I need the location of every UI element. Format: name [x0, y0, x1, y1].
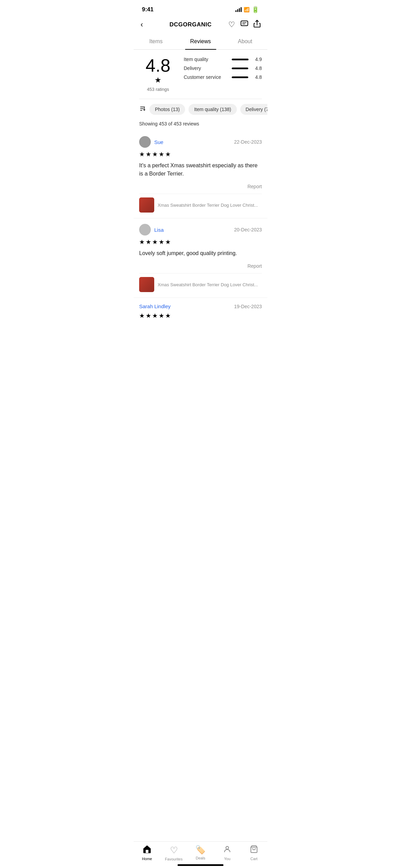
sort-icon[interactable] — [139, 105, 146, 114]
shop-title: DCGORGANIC — [169, 21, 211, 28]
nav-cart-label: Cart — [251, 857, 258, 861]
reviewer-info: Lisa — [139, 224, 164, 236]
nav-deals[interactable]: 🏷️ Deals — [190, 845, 211, 861]
nav-you[interactable]: You — [217, 845, 238, 861]
review-card: Lisa 20-Dec-2023 ★ ★ ★ ★ ★ Lovely soft j… — [134, 218, 267, 298]
status-bar: 9:41 📶 🔋 — [134, 0, 267, 17]
bar-track — [232, 68, 249, 69]
rating-count: 453 ratings — [147, 87, 169, 92]
report-button[interactable]: Report — [247, 263, 262, 269]
nav-home-label: Home — [142, 857, 152, 861]
rating-bars: Item quality 4.9 Delivery 4.8 Customer s… — [184, 57, 262, 83]
nav-favourites-label: Favourites — [165, 857, 182, 861]
reviewer-name[interactable]: Sue — [154, 139, 163, 145]
bar-fill — [232, 68, 248, 69]
bar-item-quality: Item quality 4.9 — [184, 57, 262, 62]
svg-rect-0 — [241, 21, 248, 26]
filter-row: Photos (13) Item quality (138) Delivery … — [134, 99, 267, 120]
product-name: Xmas Sweatshirt Border Terrier Dog Lover… — [158, 203, 262, 208]
bar-value: 4.8 — [252, 74, 262, 80]
review-date: 20-Dec-2023 — [234, 227, 262, 232]
nav-deals-label: Deals — [196, 856, 205, 860]
review-date: 19-Dec-2023 — [234, 304, 262, 309]
review-text: Lovely soft jumper, good quality printin… — [139, 249, 262, 257]
bar-value: 4.8 — [252, 65, 262, 71]
review-stars: ★ ★ ★ ★ ★ — [139, 150, 262, 158]
deals-icon: 🏷️ — [195, 845, 206, 855]
home-indicator — [178, 864, 223, 866]
bar-delivery: Delivery 4.8 — [184, 65, 262, 71]
review-header: Sarah Lindley 19-Dec-2023 — [139, 303, 262, 309]
product-thumbnail — [139, 277, 154, 292]
message-icon[interactable] — [241, 21, 248, 29]
product-name: Xmas Sweatshirt Border Terrier Dog Lover… — [158, 282, 262, 287]
reviewer-info: Sarah Lindley — [139, 303, 171, 309]
bar-track — [232, 76, 249, 78]
review-text: It's a perfect Xmas sweatshirt especiall… — [139, 161, 262, 178]
review-card: Sarah Lindley 19-Dec-2023 ★ ★ ★ ★ ★ — [134, 298, 267, 320]
review-date: 22-Dec-2023 — [234, 139, 262, 145]
battery-icon: 🔋 — [252, 6, 259, 13]
status-icons: 📶 🔋 — [235, 6, 259, 13]
svg-point-4 — [226, 846, 229, 849]
filter-item-quality[interactable]: Item quality (138) — [189, 104, 236, 115]
report-area: Report — [139, 181, 262, 194]
rating-number: 4.8 — [146, 57, 170, 74]
bar-fill — [232, 76, 248, 78]
review-stars: ★ ★ ★ ★ ★ — [139, 238, 262, 246]
tabs-bar: Items Reviews About — [134, 34, 267, 50]
nav-cart[interactable]: Cart — [244, 845, 264, 861]
overall-rating: 4.8 ★ 453 ratings — [139, 57, 177, 92]
back-button[interactable]: ‹ — [141, 20, 153, 29]
header: ‹ DCGORGANIC ♡ — [134, 17, 267, 34]
rating-summary: 4.8 ★ 453 ratings Item quality 4.9 Deliv… — [134, 50, 267, 99]
bar-value: 4.9 — [252, 57, 262, 62]
bar-label: Delivery — [184, 65, 228, 71]
product-reference[interactable]: Xmas Sweatshirt Border Terrier Dog Lover… — [139, 194, 262, 218]
review-header: Sue 22-Dec-2023 — [139, 136, 262, 148]
filter-delivery[interactable]: Delivery (75) — [240, 104, 267, 115]
bar-label: Item quality — [184, 57, 228, 62]
report-button[interactable]: Report — [247, 184, 262, 189]
product-reference[interactable]: Xmas Sweatshirt Border Terrier Dog Lover… — [139, 273, 262, 298]
review-stars: ★ ★ ★ ★ ★ — [139, 312, 262, 320]
home-icon — [143, 845, 151, 855]
signal-icon — [235, 7, 242, 12]
star-icon: ★ — [155, 76, 161, 85]
avatar — [139, 136, 151, 148]
bar-label: Customer service — [184, 74, 228, 80]
status-time: 9:41 — [142, 6, 154, 13]
reviewer-name[interactable]: Sarah Lindley — [139, 303, 171, 309]
header-actions: ♡ — [228, 20, 260, 29]
share-icon[interactable] — [254, 20, 260, 29]
tab-items[interactable]: Items — [134, 34, 178, 49]
cart-icon — [250, 845, 258, 855]
reviewer-name[interactable]: Lisa — [154, 227, 164, 233]
report-area: Report — [139, 261, 262, 273]
bar-customer-service: Customer service 4.8 — [184, 74, 262, 80]
showing-count: Showing 453 of 453 reviews — [134, 120, 267, 131]
review-card: Sue 22-Dec-2023 ★ ★ ★ ★ ★ It's a perfect… — [134, 131, 267, 218]
bar-track — [232, 59, 249, 60]
filter-photos[interactable]: Photos (13) — [149, 104, 185, 115]
nav-favourites[interactable]: ♡ Favourites — [163, 845, 184, 861]
wifi-icon: 📶 — [244, 7, 250, 12]
favourites-icon: ♡ — [170, 845, 178, 856]
tab-reviews[interactable]: Reviews — [178, 34, 223, 49]
reviewer-info: Sue — [139, 136, 163, 148]
you-icon — [223, 845, 231, 855]
svg-rect-3 — [146, 850, 148, 853]
bar-fill — [232, 59, 248, 60]
wishlist-icon[interactable]: ♡ — [228, 20, 235, 29]
product-thumbnail — [139, 197, 154, 213]
nav-home[interactable]: Home — [137, 845, 157, 861]
avatar — [139, 224, 151, 236]
tab-about[interactable]: About — [223, 34, 267, 49]
nav-you-label: You — [224, 857, 231, 861]
review-header: Lisa 20-Dec-2023 — [139, 224, 262, 236]
